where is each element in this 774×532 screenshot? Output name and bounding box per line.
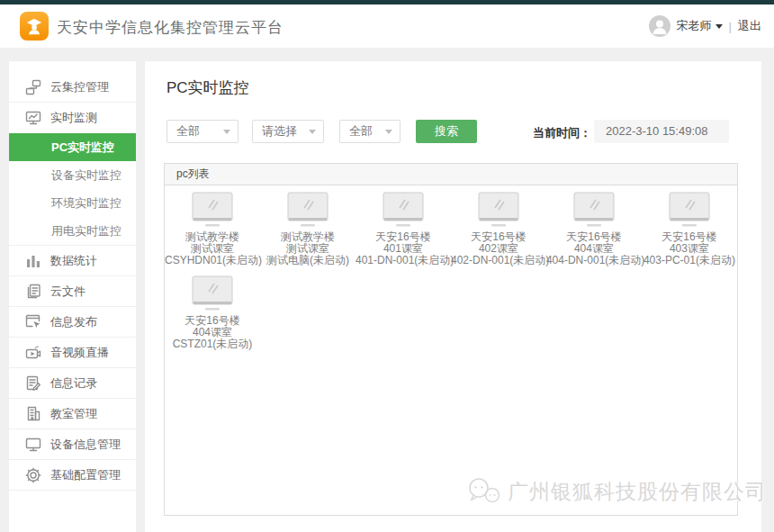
chevron-down-icon [716, 24, 723, 29]
monitor-wave-icon [25, 110, 41, 126]
building-icon [25, 406, 41, 422]
user-menu[interactable]: 宋老师 [677, 18, 723, 34]
device-monitor-icon [25, 437, 41, 453]
sidebar-item-info-publish[interactable]: 信息发布 [9, 307, 136, 338]
pc-device: CSTZ01(未启动) [165, 338, 260, 350]
sidebar-item-cloud-control[interactable]: 云集控管理 [9, 72, 136, 103]
header: 天安中学信息化集控管理云平台 宋老师 | 退出 [0, 5, 774, 48]
pc-device: 401-DN-001(未启动) [356, 255, 451, 266]
pc-list-panel-title: pc列表 [165, 164, 737, 185]
sidebar-item-label: 数据统计 [50, 253, 97, 269]
pc-item[interactable]: 测试教学楼 测试课室 测试电脑(未启动) [260, 192, 356, 266]
pc-device: 测试电脑(未启动) [260, 255, 356, 266]
gear-icon [25, 467, 41, 483]
pc-item[interactable]: 天安16号楼 402课室 402-DN-001(未启动) [451, 192, 546, 266]
sidebar-item-realtime-monitor[interactable]: 实时监测 [9, 103, 136, 133]
sidebar-submenu-realtime: PC实时监控 设备实时监控 环境实时监控 用电实时监控 [9, 133, 136, 246]
filter-scope-value: 全部 [176, 123, 200, 140]
pc-monitor-icon [287, 192, 328, 229]
graduate-icon [24, 16, 44, 36]
publish-icon [25, 314, 41, 330]
sidebar-item-label: 云文件 [50, 284, 86, 300]
logout-button[interactable]: 退出 [738, 18, 761, 34]
app-window: 天安中学信息化集控管理云平台 宋老师 | 退出 [0, 0, 774, 532]
pc-device: 402-DN-001(未启动) [451, 255, 546, 266]
sidebar-item-power-monitor[interactable]: 用电实时监控 [9, 217, 136, 245]
pc-monitor-icon [478, 192, 519, 229]
bar-chart-icon [25, 253, 41, 269]
pc-device: CSYHDN01(未启动) [165, 255, 260, 266]
sidebar-item-label: 教室管理 [50, 406, 97, 422]
chevron-down-icon [309, 130, 316, 134]
pc-list-panel: pc列表 测试教学楼 测试课室 CSYHDN01(未启动) [164, 163, 738, 516]
user-area: 宋老师 | 退出 [649, 5, 761, 48]
sidebar-item-label: 实时监测 [50, 110, 97, 126]
chevron-down-icon [223, 130, 230, 134]
page-title: PC实时监控 [166, 77, 249, 98]
filter-status-select[interactable]: 全部 [339, 120, 400, 143]
pc-monitor-icon [669, 192, 710, 229]
main-content: PC实时监控 全部 请选择 全部 搜索 当前时间： 2022-3-10 15:4… [145, 61, 761, 532]
pc-grid: 测试教学楼 测试课室 CSYHDN01(未启动) 测试教学楼 测试课室 测试电脑… [165, 185, 737, 359]
app-title: 天安中学信息化集控管理云平台 [57, 17, 284, 38]
sidebar-item-label: 信息记录 [50, 375, 97, 392]
current-time-label: 当前时间： [519, 125, 591, 141]
app-logo [20, 12, 49, 41]
pc-item[interactable]: 天安16号楼 403课室 403-PC-01(未启动) [642, 192, 737, 266]
sidebar-item-info-records[interactable]: 信息记录 [9, 368, 136, 399]
cloud-network-icon [25, 79, 41, 95]
sidebar-item-cloud-files[interactable]: 云文件 [9, 276, 136, 307]
pc-monitor-icon [192, 275, 233, 312]
chevron-down-icon [385, 130, 392, 134]
sidebar-item-basic-config[interactable]: 基础配置管理 [9, 460, 136, 491]
sidebar-item-classroom-management[interactable]: 教室管理 [9, 399, 136, 429]
filter-status-value: 全部 [349, 123, 373, 140]
sidebar-item-label: 基础配置管理 [50, 467, 121, 483]
pc-item[interactable]: 天安16号楼 404课室 CSTZ01(未启动) [165, 275, 260, 350]
sidebar-item-device-info-management[interactable]: 设备信息管理 [9, 429, 136, 460]
pc-item[interactable]: 天安16号楼 401课室 401-DN-001(未启动) [356, 192, 451, 266]
user-separator: | [729, 20, 732, 33]
current-time-value: 2022-3-10 15:49:08 [594, 120, 729, 143]
filter-scope-select[interactable]: 全部 [166, 120, 238, 143]
search-button[interactable]: 搜索 [416, 120, 477, 143]
filter-building-select[interactable]: 请选择 [252, 120, 324, 143]
sidebar-item-statistics[interactable]: 数据统计 [9, 246, 136, 276]
pc-item[interactable]: 测试教学楼 测试课室 CSYHDN01(未启动) [165, 192, 260, 266]
sidebar-item-label: 音视频直播 [50, 345, 109, 361]
files-icon [25, 284, 41, 300]
sidebar-item-pc-monitor[interactable]: PC实时监控 [9, 133, 136, 161]
sidebar-item-device-monitor[interactable]: 设备实时监控 [9, 161, 136, 189]
video-live-icon [25, 345, 41, 361]
sidebar-item-label: 信息发布 [50, 314, 97, 330]
pc-device: 403-PC-01(未启动) [642, 255, 737, 266]
user-name: 宋老师 [677, 18, 712, 34]
pc-monitor-icon [382, 192, 424, 229]
pc-device: 404-DN-001(未启动) [546, 255, 642, 266]
record-icon [25, 375, 41, 392]
pc-monitor-icon [192, 192, 233, 229]
pc-item[interactable]: 天安16号楼 404课室 404-DN-001(未启动) [546, 192, 642, 266]
pc-monitor-icon [573, 192, 615, 229]
filter-building-value: 请选择 [262, 123, 297, 140]
sidebar-item-label: 设备信息管理 [50, 437, 121, 453]
sidebar-item-av-live[interactable]: 音视频直播 [9, 338, 136, 368]
user-avatar-icon [649, 15, 670, 37]
sidebar: 云集控管理 实时监测 PC实时监控 设备实时监控 环境实时监控 用电实时监控 [9, 61, 136, 532]
sidebar-item-env-monitor[interactable]: 环境实时监控 [9, 189, 136, 217]
sidebar-item-label: 云集控管理 [50, 79, 109, 95]
